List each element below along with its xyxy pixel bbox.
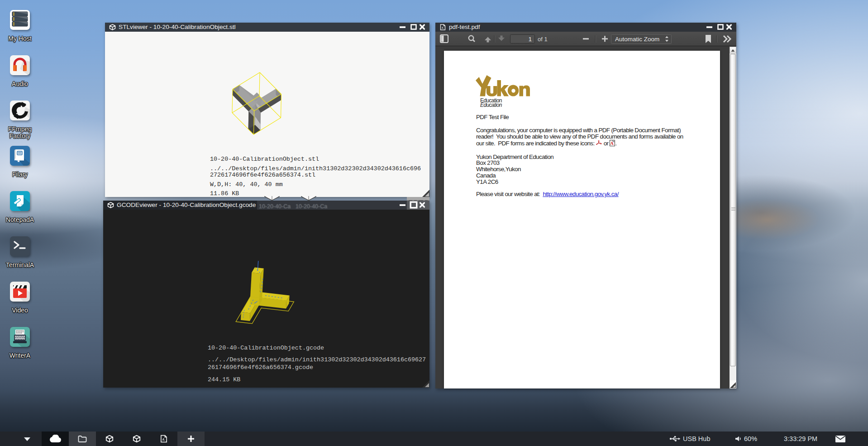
svg-text:of 1: of 1 — [538, 36, 548, 43]
svg-text:1: 1 — [529, 36, 532, 43]
svg-text:Automatic Zoom: Automatic Zoom — [615, 36, 659, 43]
